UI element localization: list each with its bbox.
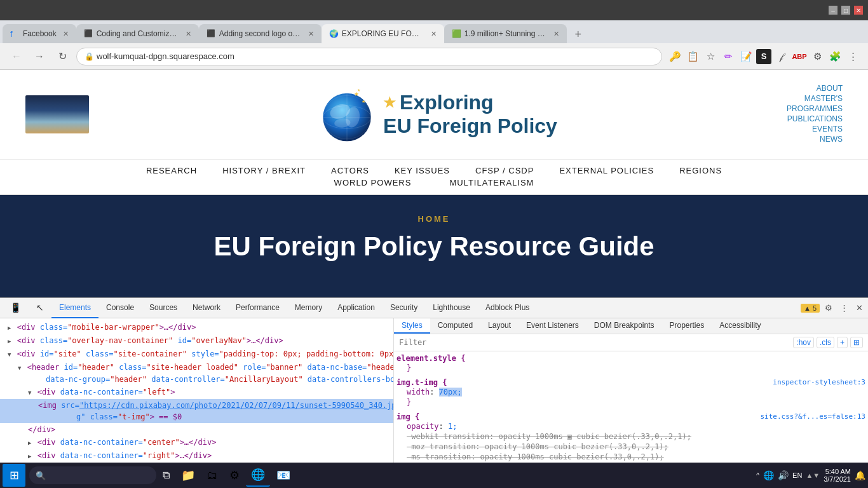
minimize-button[interactable]: –: [829, 6, 837, 15]
squarespace-icon[interactable]: S: [756, 49, 771, 64]
filter-expand-button[interactable]: ⊞: [850, 337, 863, 348]
styles-filter-input[interactable]: [399, 338, 793, 347]
new-tab-button[interactable]: +: [569, 25, 587, 43]
pencil-icon[interactable]: ✏: [721, 49, 736, 64]
style-source[interactable]: inspector-stylesheet:3: [773, 378, 865, 386]
close-tab-icon[interactable]: ✕: [186, 30, 191, 38]
nav-multilateralism[interactable]: MULTILATERALISM: [449, 178, 534, 187]
tab-exploring-eu[interactable]: 🌍 EXPLORING EU FOREIGN POLIC... ✕: [322, 24, 444, 43]
nav-key-issues[interactable]: KEY ISSUES: [395, 166, 450, 175]
maximize-button[interactable]: □: [841, 6, 850, 15]
nav-external[interactable]: EXTERNAL POLICIES: [559, 166, 654, 175]
taskbar-clock[interactable]: 5:40 AM 3/7/2021: [824, 468, 851, 483]
events-link[interactable]: EVENTS: [812, 125, 843, 133]
expand-icon[interactable]: ▶: [8, 338, 11, 344]
dom-line[interactable]: ▼ <div data-nc-container="left">: [0, 386, 393, 399]
volume-icon[interactable]: 🔊: [778, 470, 789, 480]
nav-actors[interactable]: ACTORS: [331, 166, 369, 175]
tab-coding[interactable]: ⬛ Coding and Customization - Pa... ✕: [76, 24, 199, 43]
publications-link[interactable]: PUBLICATIONS: [787, 114, 843, 123]
news-link[interactable]: NEWS: [820, 135, 843, 144]
forward-button[interactable]: →: [31, 48, 48, 65]
dom-line[interactable]: ▶ <div data-nc-container="center">…</div…: [0, 436, 393, 449]
styles-tab-dom-breakpoints[interactable]: DOM Breakpoints: [587, 318, 662, 334]
expand-icon[interactable]: ▼: [28, 390, 31, 396]
close-tab-icon[interactable]: ✕: [431, 30, 437, 38]
nav-world-powers[interactable]: WORLD POWERS: [334, 178, 412, 187]
dom-line[interactable]: ▶ <div class="overlay-nav-container" id=…: [0, 334, 393, 348]
devtools-tab-elements[interactable]: Elements: [51, 298, 98, 318]
tab-adding-logo[interactable]: ⬛ Adding second logo on left side... ✕: [199, 24, 322, 43]
taskbar-email[interactable]: 📧: [271, 464, 295, 487]
expand-icon[interactable]: ▼: [8, 351, 11, 358]
styles-tab-accessibility[interactable]: Accessibility: [712, 318, 768, 334]
close-tab-icon[interactable]: ✕: [63, 30, 69, 38]
styles-tab-styles[interactable]: Styles: [394, 318, 430, 334]
close-button[interactable]: ✕: [854, 6, 863, 15]
tab-pixabay[interactable]: 🟩 1.9 million+ Stunning Free Ima... ✕: [444, 24, 567, 43]
masters-link[interactable]: MASTER'S: [804, 94, 843, 103]
devtools-more-icon[interactable]: ⋮: [837, 301, 851, 315]
filter-hov-button[interactable]: :hov: [793, 337, 814, 348]
dom-line-selected[interactable]: <img src="https://cdn.pixabay.com/photo/…: [0, 399, 393, 423]
devtools-tab-application[interactable]: Application: [330, 298, 383, 318]
language-indicator[interactable]: EN: [792, 471, 802, 479]
nav-regions[interactable]: REGIONS: [679, 166, 722, 175]
expand-icon[interactable]: ▶: [28, 453, 31, 459]
filter-cls-button[interactable]: .cls: [817, 337, 834, 348]
styles-tab-properties[interactable]: Properties: [662, 318, 712, 334]
nav-cfsp[interactable]: CFSP / CSDP: [475, 166, 534, 175]
password-icon[interactable]: 🔑: [667, 49, 682, 64]
style-source[interactable]: site.css?&f...es=false:13: [760, 412, 865, 421]
devtools-tab-memory[interactable]: Memory: [287, 298, 330, 318]
devtools-tab-security[interactable]: Security: [383, 298, 425, 318]
devtools-settings-icon[interactable]: ⚙: [822, 301, 835, 315]
dom-line[interactable]: ▶ <div data-nc-container="right">…</div>: [0, 449, 393, 463]
dom-line[interactable]: ▼ <div id="site" class="site-container" …: [0, 348, 393, 361]
programmes-link[interactable]: PROGRAMMES: [787, 104, 843, 113]
about-link[interactable]: ABOUT: [817, 84, 843, 93]
notification-icon[interactable]: 🔔: [855, 470, 865, 480]
styles-tab-computed[interactable]: Computed: [430, 318, 480, 334]
taskbar-edge[interactable]: ⚙: [224, 464, 245, 487]
devtools-tab-performance[interactable]: Performance: [228, 298, 287, 318]
bookmark-icon[interactable]: ☆: [703, 49, 718, 64]
devtools-mobile-toggle[interactable]: 📱: [3, 298, 29, 318]
menu-icon[interactable]: ⋮: [845, 49, 860, 64]
taskbar-chrome[interactable]: 🌐: [246, 464, 270, 487]
settings-icon[interactable]: ⚙: [810, 49, 825, 64]
network-icon[interactable]: 🌐: [763, 470, 774, 480]
taskbar-explorer[interactable]: 📁: [176, 464, 200, 487]
nav-history[interactable]: HISTORY / BREXIT: [222, 166, 306, 175]
styles-tab-layout[interactable]: Layout: [480, 318, 519, 334]
task-view-button[interactable]: ⧉: [158, 464, 175, 487]
start-button[interactable]: ⊞: [3, 464, 25, 487]
close-tab-icon[interactable]: ✕: [553, 30, 559, 38]
devtools-inspect-toggle[interactable]: ↖: [29, 298, 51, 318]
dom-line[interactable]: </div>: [0, 423, 393, 436]
devtools-tab-sources[interactable]: Sources: [142, 298, 185, 318]
tab-facebook[interactable]: f Facebook ✕: [3, 24, 76, 43]
taskbar-folder[interactable]: 🗂: [201, 464, 223, 487]
dom-line[interactable]: ▼ <header id="header" class="site-header…: [0, 361, 393, 386]
devtools-tab-adblock[interactable]: Adblock Plus: [478, 298, 537, 318]
address-input-display[interactable]: 🔒 wolf-kumquat-dpgn.squarespace.com: [76, 48, 662, 65]
close-tab-icon[interactable]: ✕: [308, 30, 314, 38]
refresh-button[interactable]: ↻: [53, 48, 71, 65]
nav-research[interactable]: RESEARCH: [146, 166, 197, 175]
expand-icon[interactable]: ▶: [8, 325, 11, 331]
devtools-tab-console[interactable]: Console: [98, 298, 142, 318]
back-button[interactable]: ←: [8, 48, 25, 65]
devtools-close-icon[interactable]: ✕: [853, 301, 865, 315]
screenshot-icon[interactable]: 📋: [685, 49, 700, 64]
dom-line[interactable]: ▶ <div class="mobile-bar-wrapper">…</div…: [0, 321, 393, 334]
devtools-tab-lighthouse[interactable]: Lighthouse: [425, 298, 478, 318]
filter-add-button[interactable]: +: [837, 337, 848, 348]
expand-icon[interactable]: ▼: [18, 365, 21, 371]
extensions-icon[interactable]: 🧩: [827, 49, 843, 64]
search-bar[interactable]: 🔍: [29, 466, 156, 484]
devtools-tab-network[interactable]: Network: [185, 298, 228, 318]
expand-icon[interactable]: ▶: [28, 440, 31, 446]
note-icon[interactable]: 📝: [738, 49, 754, 64]
adblock-icon[interactable]: ABP: [792, 49, 807, 64]
